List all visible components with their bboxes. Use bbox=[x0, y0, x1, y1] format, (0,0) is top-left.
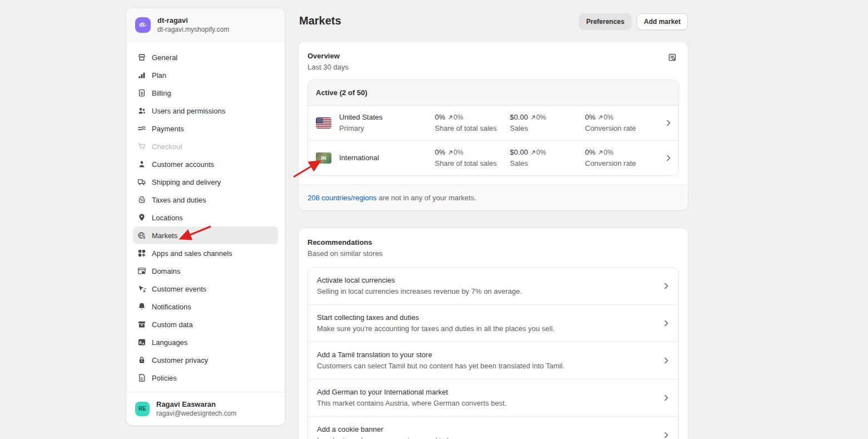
store-domain: dt-ragavi.myshopify.com bbox=[157, 25, 229, 34]
recommendation-cookie-banner[interactable]: Add a cookie banner Local privacy laws m… bbox=[308, 416, 678, 439]
sidebar-item-markets[interactable]: $ Markets bbox=[133, 226, 278, 244]
sidebar-item-payments[interactable]: Payments bbox=[133, 120, 278, 137]
chevron-right-icon bbox=[662, 319, 671, 328]
sidebar-item-label: Locations bbox=[152, 214, 183, 222]
truck-icon bbox=[137, 177, 146, 186]
market-row-united-states[interactable]: United States Primary 0% 0% Share of tot… bbox=[308, 106, 678, 140]
sidebar-item-customer-events[interactable]: Customer events bbox=[133, 280, 278, 298]
stat-sales: $0.00 0% Sales bbox=[510, 112, 585, 134]
active-markets-header: Active (2 of 50) bbox=[308, 80, 678, 106]
sidebar-item-languages[interactable]: Aa Languages bbox=[133, 333, 278, 351]
sidebar-item-users-and-permissions[interactable]: Users and permissions bbox=[133, 102, 278, 120]
sidebar-item-apps-and-sales-channels[interactable]: Apps and sales channels bbox=[133, 244, 278, 262]
sidebar-item-general[interactable]: General bbox=[133, 48, 278, 66]
user-name: Ragavi Easwaran bbox=[156, 399, 236, 409]
header-actions: Preferences Add market bbox=[579, 13, 688, 30]
trend-up-icon bbox=[448, 150, 453, 155]
active-markets-box: Active (2 of 50) United States Primary bbox=[307, 80, 679, 176]
sidebar-item-label: Plan bbox=[152, 71, 166, 80]
bell-icon bbox=[137, 302, 146, 311]
overview-card: Overview Last 30 days Active (2 of 50) bbox=[299, 42, 688, 210]
sidebar-item-customer-privacy[interactable]: Customer privacy bbox=[133, 351, 278, 369]
trend-up-icon bbox=[530, 115, 536, 120]
sidebar-item-label: Shipping and delivery bbox=[152, 178, 221, 186]
search-list-icon[interactable] bbox=[666, 51, 679, 64]
overview-footer: 208 countries/regions are not in any of … bbox=[299, 185, 688, 210]
stat-conversion: 0% 0% Conversion rate bbox=[585, 147, 664, 169]
apps-grid-icon bbox=[137, 249, 146, 258]
page-title: Markets bbox=[299, 14, 341, 27]
overview-footer-text: are not in any of your markets. bbox=[376, 194, 476, 202]
sidebar-item-policies[interactable]: Policies bbox=[133, 369, 278, 387]
user-email: ragavi@wedesigntech.com bbox=[156, 409, 236, 418]
add-market-button[interactable]: Add market bbox=[637, 13, 688, 30]
map-pin-icon bbox=[137, 213, 146, 222]
overview-title: Overview bbox=[307, 51, 679, 62]
overview-subtitle: Last 30 days bbox=[307, 62, 679, 73]
preferences-button[interactable]: Preferences bbox=[579, 13, 632, 30]
sidebar-item-taxes-and-duties[interactable]: % Taxes and duties bbox=[133, 191, 278, 209]
market-row-international[interactable]: IN International 0% 0% Share of total sa… bbox=[308, 140, 678, 175]
document-icon bbox=[137, 373, 146, 382]
user-profile[interactable]: RE Ragavi Easwaran ragavi@wedesigntech.c… bbox=[126, 392, 285, 425]
user-avatar: RE bbox=[135, 402, 150, 416]
sidebar-item-locations[interactable]: Locations bbox=[133, 209, 278, 226]
sidebar-item-shipping-and-delivery[interactable]: Shipping and delivery bbox=[133, 173, 278, 191]
sidebar-item-label: General bbox=[152, 53, 177, 62]
money-bag-icon: % bbox=[137, 195, 146, 204]
trend-up-icon bbox=[598, 150, 603, 155]
sidebar-item-label: Customer events bbox=[152, 285, 206, 293]
recommendation-activate-local-currencies[interactable]: Activate local currencies Selling in loc… bbox=[308, 268, 678, 304]
settings-nav: General Plan $ Billing Users and permiss… bbox=[126, 42, 285, 392]
archive-box-icon bbox=[137, 320, 146, 329]
sidebar-item-custom-data[interactable]: Custom data bbox=[133, 315, 278, 333]
store-header[interactable]: dt- dt-ragavi dt-ragavi.myshopify.com bbox=[126, 8, 285, 42]
billing-receipt-icon: $ bbox=[137, 88, 146, 97]
recommendations-title: Recommendations bbox=[307, 237, 679, 248]
stat-conversion: 0% 0% Conversion rate bbox=[585, 112, 664, 134]
sidebar-item-plan[interactable]: Plan bbox=[133, 66, 278, 84]
market-name: United States bbox=[339, 112, 435, 123]
sidebar-item-label: Apps and sales channels bbox=[152, 249, 232, 258]
recommendation-taxes-and-duties[interactable]: Start collecting taxes and duties Make s… bbox=[308, 304, 678, 342]
market-subtitle: Primary bbox=[339, 123, 435, 134]
sidebar-item-customer-accounts[interactable]: Customer accounts bbox=[133, 155, 278, 173]
chevron-right-icon bbox=[662, 393, 671, 402]
sidebar-item-label: Customer accounts bbox=[152, 160, 214, 169]
users-icon bbox=[137, 106, 146, 115]
chevron-right-icon[interactable] bbox=[664, 154, 673, 162]
recommendation-add-german[interactable]: Add German to your International market … bbox=[308, 379, 678, 416]
browser-window-icon bbox=[137, 267, 146, 275]
sidebar-item-billing[interactable]: $ Billing bbox=[133, 84, 278, 102]
sidebar-item-label: Markets bbox=[152, 231, 177, 240]
trend-up-icon bbox=[448, 115, 453, 120]
chevron-right-icon bbox=[662, 431, 671, 439]
sidebar-item-label: Taxes and duties bbox=[152, 196, 206, 204]
sidebar-item-label: Custom data bbox=[152, 320, 193, 329]
svg-text:$: $ bbox=[143, 235, 145, 240]
chevron-right-icon bbox=[662, 282, 671, 290]
international-market-icon: IN bbox=[316, 152, 331, 164]
recommendations-subtitle: Based on similar stores bbox=[307, 248, 679, 259]
sidebar-item-label: Payments bbox=[152, 125, 184, 133]
trend-up-icon bbox=[598, 115, 603, 120]
sidebar-item-checkout: Checkout bbox=[133, 137, 278, 155]
store-avatar: dt- bbox=[135, 17, 151, 33]
market-name: International bbox=[339, 152, 435, 164]
sidebar-item-notifications[interactable]: Notifications bbox=[133, 298, 278, 315]
chevron-right-icon[interactable] bbox=[664, 119, 673, 127]
recommendation-tamil-translation[interactable]: Add a Tamil translation to your store Cu… bbox=[308, 342, 678, 379]
trend-up-icon bbox=[530, 150, 536, 155]
sidebar-item-domains[interactable]: Domains bbox=[133, 262, 278, 280]
countries-regions-link[interactable]: 208 countries/regions bbox=[307, 194, 376, 202]
sidebar-item-label: Notifications bbox=[152, 303, 191, 311]
lock-icon bbox=[137, 356, 146, 364]
store-name: dt-ragavi bbox=[157, 16, 229, 25]
stat-share: 0% 0% Share of total sales bbox=[435, 112, 510, 134]
svg-text:%: % bbox=[140, 198, 143, 202]
sidebar-item-label: Domains bbox=[152, 267, 180, 275]
stat-share: 0% 0% Share of total sales bbox=[435, 147, 510, 169]
recommendations-card: Recommendations Based on similar stores … bbox=[299, 228, 688, 439]
translate-icon: Aa bbox=[137, 338, 146, 347]
plan-chart-icon bbox=[137, 71, 146, 80]
